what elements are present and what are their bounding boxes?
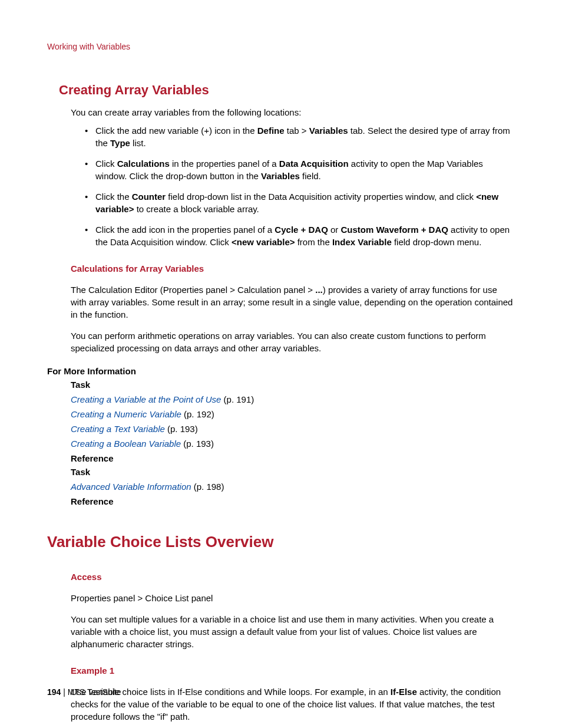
bullet-list: Click the add new variable (+) icon in t…	[82, 124, 515, 248]
heading-calculations: Calculations for Array Variables	[71, 262, 515, 275]
heading-access: Access	[71, 571, 515, 583]
link-advanced-variable-information[interactable]: Advanced Variable Information	[71, 482, 191, 492]
heading-creating-array-variables: Creating Array Variables	[59, 81, 515, 100]
intro-text: You can create array variables from the …	[71, 106, 515, 118]
link-row: Creating a Boolean Variable (p. 193)	[71, 437, 515, 450]
product-name: MTS TestSuite	[68, 687, 121, 697]
calc-paragraph-1: The Calculation Editor (Properties panel…	[71, 284, 515, 321]
link-row: Creating a Variable at the Point of Use …	[71, 393, 515, 406]
link-row: Creating a Numeric Variable (p. 192)	[71, 408, 515, 420]
breadcrumb: Working with Variables	[47, 41, 515, 53]
reference-label: Reference	[71, 495, 515, 508]
link-creating-numeric-variable[interactable]: Creating a Numeric Variable	[71, 409, 181, 419]
for-more-info-heading: For More Information	[47, 365, 515, 377]
list-item: Click the Counter field drop-down list i…	[82, 190, 515, 215]
example-1-paragraph: Use variable choice lists in If-Else con…	[71, 686, 515, 723]
task-label: Task	[71, 378, 515, 391]
link-creating-boolean-variable[interactable]: Creating a Boolean Variable	[71, 439, 181, 449]
reference-label: Reference	[71, 452, 515, 465]
access-path: Properties panel > Choice List panel	[71, 592, 515, 604]
heading-example-1: Example 1	[71, 664, 515, 677]
task-label: Task	[71, 466, 515, 478]
choice-list-paragraph: You can set multiple values for a variab…	[71, 613, 515, 650]
list-item: Click the add new variable (+) icon in t…	[82, 124, 515, 149]
calc-paragraph-2: You can perform arithmetic operations on…	[71, 330, 515, 354]
link-creating-text-variable[interactable]: Creating a Text Variable	[71, 424, 165, 434]
list-item: Click the add icon in the properties pan…	[82, 223, 515, 248]
page-number: 194	[47, 687, 61, 697]
list-item: Click Calculations in the properties pan…	[82, 157, 515, 182]
page-footer: 194 | MTS TestSuite	[47, 687, 121, 699]
link-row: Creating a Text Variable (p. 193)	[71, 423, 515, 435]
link-creating-variable-point-of-use[interactable]: Creating a Variable at the Point of Use	[71, 394, 221, 404]
heading-variable-choice-lists: Variable Choice Lists Overview	[47, 531, 515, 552]
link-row: Advanced Variable Information (p. 198)	[71, 480, 515, 493]
